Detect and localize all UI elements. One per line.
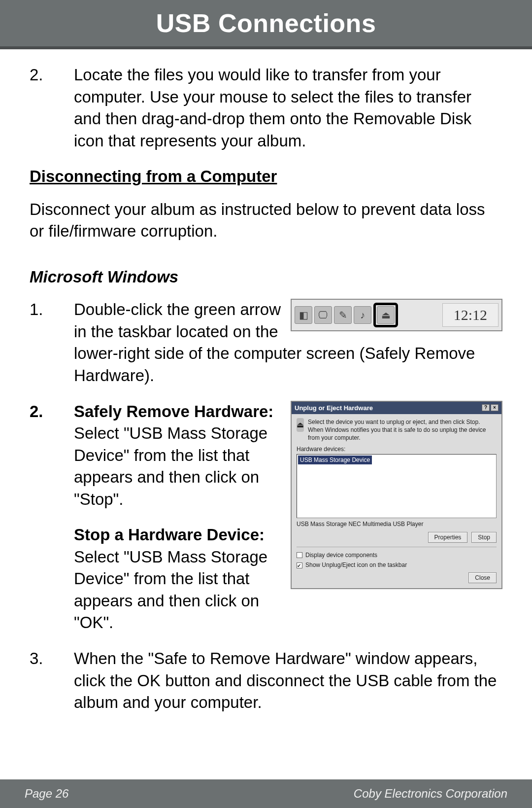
step-number: 1. <box>30 299 74 386</box>
tray-icon-pen: ✎ <box>334 306 352 324</box>
dialog-title: Unplug or Eject Hardware <box>295 404 373 413</box>
heading-disconnecting: Disconnecting from a Computer <box>30 166 502 188</box>
hardware-devices-list[interactable]: USB Mass Storage Device <box>297 454 497 518</box>
dialog-instruction: Select the device you want to unplug or … <box>308 418 497 442</box>
stop-hardware-text: Select "USB Mass Storage Device" from th… <box>74 548 267 632</box>
step-2-transfer: 2. Locate the files you would like to tr… <box>30 64 502 152</box>
eject-icon: ⏏ <box>297 418 304 432</box>
close-button[interactable]: × <box>491 404 499 411</box>
page-header: USB Connections <box>0 0 532 49</box>
step-number: 2. <box>30 64 74 152</box>
safely-remove-text: Select "USB Mass Storage Device" from th… <box>74 424 267 508</box>
dialog-divider <box>297 547 497 547</box>
taskbar-screenshot: ◧ 🖵 ✎ ♪ ⏏ 12:12 <box>291 299 502 331</box>
manual-page: USB Connections 2. Locate the files you … <box>0 0 532 808</box>
dialog-button-row: Properties Stop <box>297 532 497 543</box>
step-text: When the "Safe to Remove Hardware" windo… <box>74 648 502 714</box>
stop-button[interactable]: Stop <box>471 532 497 543</box>
close-button-row: Close <box>297 572 497 583</box>
device-description: USB Mass Storage NEC Multimedia USB Play… <box>297 520 497 528</box>
heading-windows: Microsoft Windows <box>30 266 502 288</box>
step-number: 3. <box>30 648 74 714</box>
show-icon-checkbox[interactable] <box>297 562 302 568</box>
page-content: 2. Locate the files you would like to tr… <box>0 49 532 779</box>
page-footer: Page 26 Coby Electronics Corporation <box>0 779 532 808</box>
window-buttons: ? × <box>482 404 499 411</box>
win-step-2: 2. Unplug or Eject Hardware ? × ⏏ Select… <box>30 401 502 634</box>
display-components-checkbox[interactable] <box>297 552 302 558</box>
company-name: Coby Electronics Corporation <box>354 787 507 801</box>
properties-button[interactable]: Properties <box>428 532 468 543</box>
disconnect-intro: Disconnect your album as instructed belo… <box>30 199 502 243</box>
tray-icon-display: 🖵 <box>314 306 332 324</box>
dialog-body: ⏏ Select the device you want to unplug o… <box>292 414 501 588</box>
page-title: USB Connections <box>156 8 376 38</box>
safely-remove-label: Safely Remove Hardware: <box>74 402 273 421</box>
tray-icon-generic: ◧ <box>295 306 312 324</box>
show-icon-label: Show Unplug/Eject icon on the taskbar <box>305 561 407 569</box>
close-dialog-button[interactable]: Close <box>468 572 497 583</box>
dialog-instruction-row: ⏏ Select the device you want to unplug o… <box>297 418 497 442</box>
safely-remove-icon: ⏏ <box>377 306 395 324</box>
win-step-1: 1. ◧ 🖵 ✎ ♪ ⏏ 12:12 Double-click the gree… <box>30 299 502 386</box>
step-number: 2. <box>30 401 74 634</box>
taskbar-clock: 12:12 <box>442 303 499 327</box>
step-body: Unplug or Eject Hardware ? × ⏏ Select th… <box>74 401 502 634</box>
help-button[interactable]: ? <box>482 404 490 411</box>
step-body: ◧ 🖵 ✎ ♪ ⏏ 12:12 Double-click the green a… <box>74 299 502 386</box>
safely-remove-highlight: ⏏ <box>373 303 398 327</box>
dialog-titlebar: Unplug or Eject Hardware ? × <box>292 402 501 415</box>
hardware-devices-label: Hardware devices: <box>297 445 497 453</box>
checkbox-row-1: Display device components <box>297 551 497 559</box>
stop-hardware-label: Stop a Hardware Device: <box>74 526 265 544</box>
page-number: Page 26 <box>25 787 68 801</box>
display-components-label: Display device components <box>305 551 377 559</box>
list-item-usb-mass-storage[interactable]: USB Mass Storage Device <box>298 456 372 464</box>
safely-remove-dialog: Unplug or Eject Hardware ? × ⏏ Select th… <box>291 401 502 589</box>
win-step-3: 3. When the "Safe to Remove Hardware" wi… <box>30 648 502 714</box>
checkbox-row-2: Show Unplug/Eject icon on the taskbar <box>297 561 497 569</box>
step-text: Locate the files you would like to trans… <box>74 64 502 152</box>
tray-icon-volume: ♪ <box>354 306 371 324</box>
